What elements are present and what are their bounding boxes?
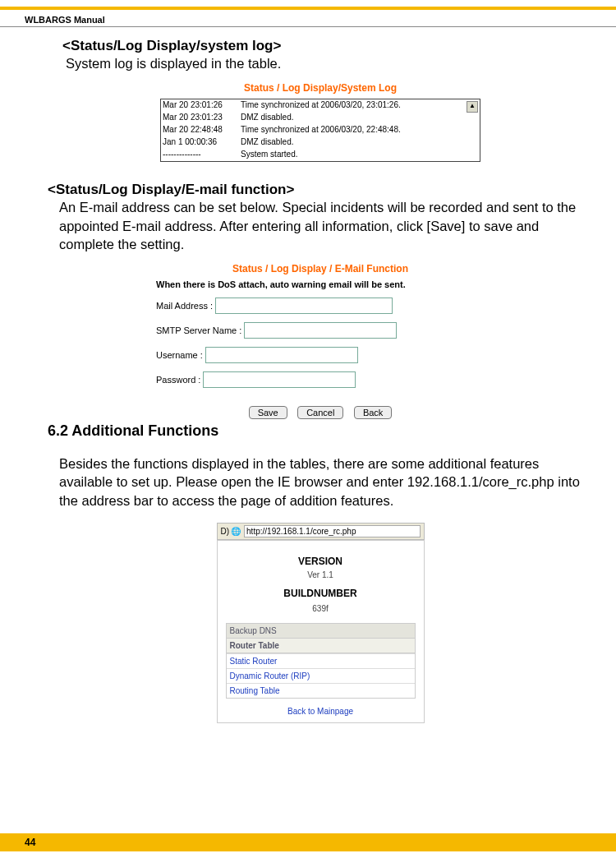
email-form: When there is DoS attach, auto warning e… [156, 279, 485, 388]
smtp-label: SMTP Server Name : [156, 325, 241, 335]
back-button[interactable]: Back [354, 406, 392, 419]
email-desc: An E-mail address can be set below. Spec… [59, 198, 591, 253]
router-table: Backup DNS Router Table Static Router Dy… [226, 623, 416, 699]
build-label: BUILDNUMBER [226, 588, 416, 599]
log-msg: DMZ disabled. [241, 112, 478, 123]
log-time: Mar 20 23:01:23 [163, 112, 241, 123]
top-accent [0, 7, 616, 10]
log-msg: Time synchronized at 2006/03/20, 22:48:4… [241, 124, 478, 136]
smtp-row: SMTP Server Name : [156, 322, 485, 339]
log-row: Mar 20 22:48:48Time synchronized at 2006… [161, 124, 480, 136]
inner-page: VERSION Ver 1.1 BUILDNUMBER 639f Backup … [217, 540, 425, 723]
content-area: <Status/Log Display/system log> System l… [49, 35, 591, 723]
log-time: Mar 20 23:01:26 [163, 99, 241, 111]
log-row: Mar 20 23:01:26Time synchronized at 2006… [161, 99, 480, 112]
version-label: VERSION [226, 556, 416, 567]
save-button[interactable]: Save [249, 406, 287, 419]
user-row: Username : [156, 347, 485, 363]
back-to-mainpage-link[interactable]: Back to Mainpage [226, 707, 416, 716]
user-label: Username : [156, 350, 203, 360]
additional-heading: 6.2 Additional Functions [48, 422, 591, 440]
mail-label: Mail Address : [156, 301, 213, 311]
smtp-input[interactable] [244, 322, 397, 339]
syslog-heading: <Status/Log Display/system log> [62, 38, 591, 54]
pass-input[interactable] [203, 371, 356, 388]
backup-dns-row: Backup DNS [227, 624, 415, 638]
address-bar: D) 🌐 http://192.168.1.1/core_rc.php [217, 523, 425, 540]
email-heading: <Status/Log Display/E-mail function> [48, 182, 591, 198]
log-time: Jan 1 00:00:36 [163, 136, 241, 148]
router-table-header: Router Table [227, 638, 415, 653]
build-value: 639f [226, 604, 416, 613]
url-text[interactable]: http://192.168.1.1/core_rc.php [244, 525, 420, 537]
page-number: 44 [25, 837, 35, 848]
mail-row: Mail Address : [156, 298, 485, 314]
log-row: Jan 1 00:00:36DMZ disabled. [161, 136, 480, 149]
routing-table-link[interactable]: Routing Table [227, 683, 415, 698]
doc-header: WLBARGS Manual [25, 15, 105, 25]
url-prefix: D) [221, 527, 230, 536]
user-input[interactable] [205, 347, 358, 363]
document-page: WLBARGS Manual <Status/Log Display/syste… [0, 0, 616, 858]
static-router-link[interactable]: Static Router [227, 653, 415, 668]
log-row: Mar 20 23:01:23DMZ disabled. [161, 112, 480, 124]
footer-accent [0, 833, 616, 851]
syslog-table: ▲ Mar 20 23:01:26Time synchronized at 20… [160, 99, 480, 162]
syslog-figure-title: Status / Log Display/System Log [49, 82, 591, 94]
log-msg: DMZ disabled. [241, 136, 478, 148]
email-figure-title: Status / Log Display / E-Mail Function [49, 263, 591, 274]
additional-desc: Besides the functions displayed in the t… [59, 454, 591, 510]
scroll-up-icon[interactable]: ▲ [467, 101, 478, 113]
log-msg: Time synchronized at 2006/03/20, 23:01:2… [241, 99, 478, 111]
browser-screenshot: D) 🌐 http://192.168.1.1/core_rc.php VERS… [217, 523, 425, 723]
pass-row: Password : [156, 371, 485, 388]
cancel-button[interactable]: Cancel [297, 406, 343, 419]
dos-warning: When there is DoS attach, auto warning e… [156, 279, 485, 289]
mail-input[interactable] [215, 298, 393, 314]
log-time: Mar 20 22:48:48 [163, 124, 241, 136]
pass-label: Password : [156, 375, 200, 385]
ie-icon: 🌐 [231, 527, 241, 536]
log-time: -------------- [163, 149, 241, 160]
header-rule [0, 26, 616, 27]
version-value: Ver 1.1 [226, 570, 416, 579]
log-row: --------------System started. [161, 149, 480, 161]
button-row: Save Cancel Back [49, 404, 591, 419]
log-msg: System started. [241, 149, 478, 160]
dynamic-router-link[interactable]: Dynamic Router (RIP) [227, 668, 415, 683]
syslog-desc: System log is displayed in the table. [66, 54, 591, 72]
